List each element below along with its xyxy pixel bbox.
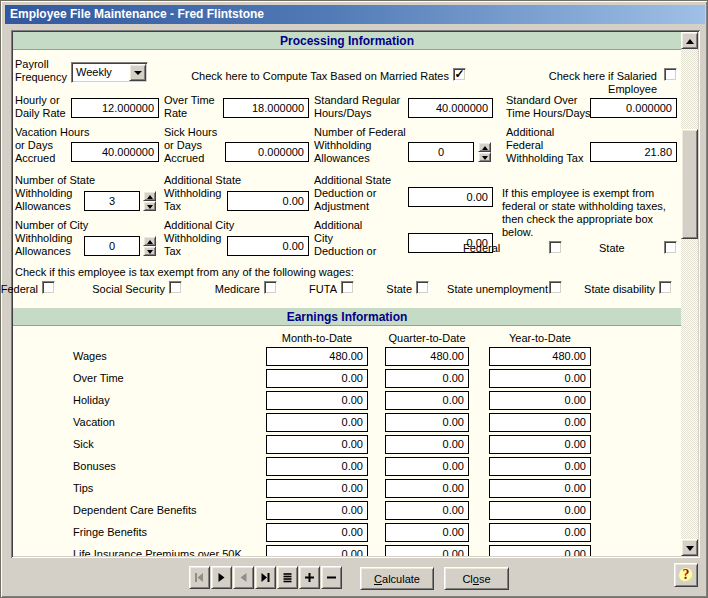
addl-fed-tax-field[interactable]: 21.80 (590, 142, 677, 162)
wage-exempt-state-unemployment-label: State unemployment (428, 283, 548, 296)
add-record-button[interactable] (299, 566, 320, 589)
spinner-up-button[interactable] (478, 142, 491, 152)
earnings-value-field[interactable]: 0.00 (385, 523, 469, 542)
payroll-frequency-dropdown-button[interactable] (129, 64, 146, 81)
scrollbar-thumb[interactable] (681, 129, 698, 239)
earnings-value-field[interactable]: 480.00 (266, 347, 368, 366)
earnings-value-field[interactable]: 0.00 (489, 523, 591, 542)
list-records-button[interactable] (277, 566, 298, 589)
hourly-rate-field[interactable]: 12.000000 (71, 98, 159, 118)
earnings-value-field[interactable]: 0.00 (489, 391, 591, 410)
earnings-value-field[interactable]: 0.00 (266, 435, 368, 454)
scroll-down-icon (686, 546, 694, 551)
earnings-row-label: Life Insurance Premiums over 50K (73, 548, 242, 556)
earnings-value-field[interactable]: 0.00 (266, 523, 368, 542)
plus-icon (304, 572, 315, 583)
minus-icon (326, 572, 337, 583)
earnings-value-field[interactable]: 0.00 (385, 391, 469, 410)
earnings-row-label: Dependent Care Benefits (73, 504, 197, 517)
earnings-value-field[interactable]: 0.00 (385, 545, 469, 556)
earnings-value-field[interactable]: 0.00 (385, 501, 469, 520)
last-record-button[interactable] (255, 566, 276, 589)
earnings-value-field[interactable]: 0.00 (266, 413, 368, 432)
spinner-up-button[interactable] (143, 191, 156, 201)
fed-allowances-field[interactable]: 0 (408, 142, 474, 162)
close-button[interactable]: Close (444, 567, 509, 590)
earnings-value-field[interactable]: 0.00 (385, 435, 469, 454)
delete-record-button[interactable] (321, 566, 342, 589)
overtime-rate-field[interactable]: 18.000000 (223, 98, 309, 118)
earnings-value-field[interactable]: 0.00 (266, 391, 368, 410)
vacation-accrued-field[interactable]: 40.000000 (71, 142, 159, 162)
payroll-frequency-select[interactable]: Weekly (71, 62, 148, 83)
spinner-up-icon (147, 195, 153, 199)
spinner-down-button[interactable] (478, 152, 491, 162)
spinner-down-button[interactable] (143, 246, 156, 256)
married-rates-checkbox[interactable]: ✓ (453, 68, 466, 81)
earnings-value-field[interactable]: 0.00 (489, 545, 591, 556)
earnings-value-field[interactable]: 0.00 (266, 457, 368, 476)
exempt-federal-checkbox[interactable] (549, 241, 562, 254)
scroll-down-button[interactable] (681, 539, 698, 556)
wage-exempt-state-label: State (292, 283, 412, 296)
earnings-value-field[interactable]: 0.00 (385, 413, 469, 432)
earnings-value-field[interactable]: 0.00 (385, 479, 469, 498)
married-rates-label: Check here to Compute Tax Based on Marri… (161, 70, 449, 83)
exempt-note: If this employee is exempt from federal … (502, 187, 682, 239)
std-regular-field[interactable]: 40.000000 (408, 98, 493, 118)
salaried-checkbox[interactable] (664, 68, 677, 81)
spinner-down-icon (147, 250, 153, 254)
first-record-icon (194, 572, 205, 583)
scroll-up-button[interactable] (681, 32, 698, 49)
earnings-grid: Wages480.00480.00480.00Over Time0.000.00… (13, 344, 679, 556)
spinner-down-button[interactable] (143, 201, 156, 211)
state-allowances-field[interactable]: 3 (84, 191, 140, 211)
exempt-federal-label: Federal (463, 242, 500, 255)
earnings-value-field[interactable]: 0.00 (266, 369, 368, 388)
earnings-value-field[interactable]: 0.00 (266, 501, 368, 520)
earnings-value-field[interactable]: 0.00 (489, 435, 591, 454)
earnings-row-label: Over Time (73, 372, 124, 385)
next-record-button[interactable] (211, 566, 232, 589)
sick-accrued-field[interactable]: 0.000000 (225, 142, 309, 162)
earnings-value-field[interactable]: 0.00 (489, 479, 591, 498)
previous-record-button[interactable] (233, 566, 254, 589)
addl-city-tax-label: Additional City Withholding Tax (164, 219, 234, 258)
employee-file-maintenance-window: Employee File Maintenance - Fred Flintst… (0, 0, 708, 598)
std-overtime-field[interactable]: 0.000000 (590, 98, 677, 118)
spinner-up-button[interactable] (143, 236, 156, 246)
first-record-button[interactable] (189, 566, 210, 589)
addl-state-ded-field[interactable]: 0.00 (408, 187, 493, 207)
earnings-value-field[interactable]: 0.00 (266, 545, 368, 556)
addl-fed-tax-label: Additional Federal Withholding Tax (506, 126, 583, 165)
addl-city-tax-field[interactable]: 0.00 (227, 236, 309, 256)
city-allowances-spinner (143, 236, 156, 256)
city-allowances-label: Number of City Withholding Allowances (15, 219, 88, 258)
earnings-section-header: Earnings Information (13, 308, 681, 326)
calculate-button[interactable]: Calculate (360, 567, 434, 590)
earnings-value-field[interactable]: 0.00 (385, 369, 469, 388)
earnings-value-field[interactable]: 0.00 (489, 457, 591, 476)
earnings-value-field[interactable]: 0.00 (385, 457, 469, 476)
vertical-scrollbar[interactable] (681, 32, 698, 556)
fed-allowances-label: Number of Federal Withholding Allowances (314, 126, 406, 165)
city-allowances-field[interactable]: 0 (84, 236, 140, 256)
earnings-value-field[interactable]: 480.00 (489, 347, 591, 366)
exempt-state-checkbox[interactable] (664, 241, 677, 254)
earnings-value-field[interactable]: 0.00 (489, 501, 591, 520)
wage-exempt-state-disability-checkbox[interactable] (659, 281, 672, 294)
addl-state-tax-field[interactable]: 0.00 (227, 191, 309, 211)
earnings-row-label: Sick (73, 438, 94, 451)
spinner-up-icon (147, 240, 153, 244)
earnings-value-field[interactable]: 0.00 (489, 413, 591, 432)
help-button[interactable]: ? (674, 563, 698, 587)
earnings-row-label: Bonuses (73, 460, 116, 473)
hourly-rate-label: Hourly or Daily Rate (15, 94, 66, 120)
exempt-state-label: State (599, 242, 625, 255)
window-titlebar[interactable]: Employee File Maintenance - Fred Flintst… (5, 5, 705, 24)
fed-allowances-spinner (478, 142, 491, 162)
earnings-value-field[interactable]: 0.00 (266, 479, 368, 498)
earnings-value-field[interactable]: 0.00 (489, 369, 591, 388)
earnings-value-field[interactable]: 480.00 (385, 347, 469, 366)
std-overtime-label: Standard Over Time Hours/Days (506, 94, 591, 120)
